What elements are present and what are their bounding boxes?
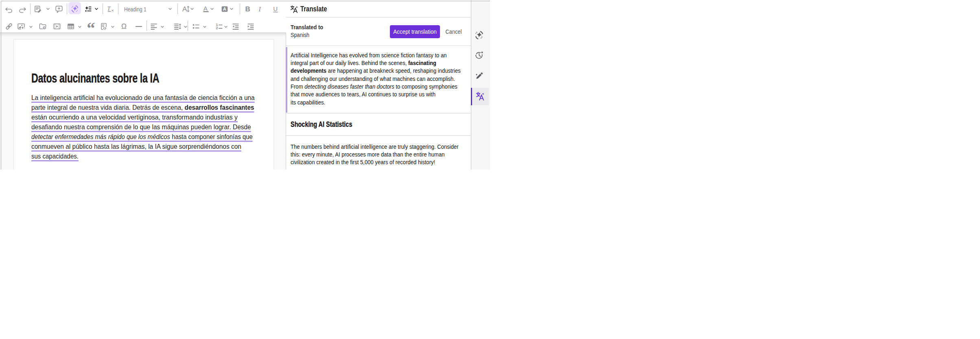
- svg-text:B: B: [245, 5, 250, 13]
- svg-text:T: T: [107, 5, 111, 12]
- svg-text:2: 2: [216, 26, 218, 30]
- svg-text:A: A: [182, 5, 187, 13]
- svg-text:I: I: [258, 6, 261, 13]
- svg-text:“: “: [87, 22, 95, 30]
- svg-text:A: A: [203, 5, 208, 12]
- svg-text:Ω: Ω: [121, 22, 127, 30]
- svg-text:U: U: [273, 5, 278, 12]
- svg-text:A: A: [223, 7, 226, 11]
- svg-text:✕: ✕: [111, 9, 114, 13]
